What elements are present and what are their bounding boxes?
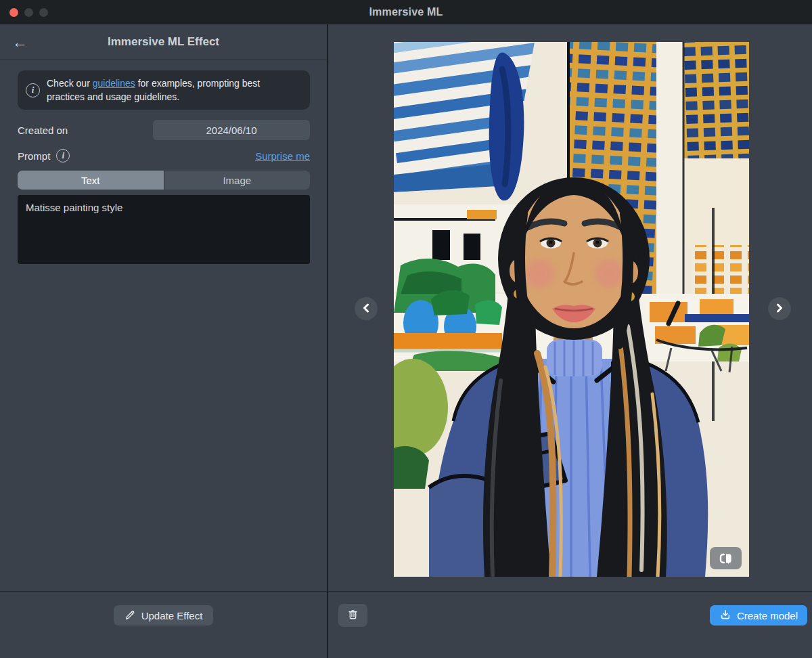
surprise-me-link[interactable]: Surprise me <box>255 150 310 162</box>
update-effect-button[interactable]: Update Effect <box>114 605 214 626</box>
panel-body: i Check our guidelines for examples, pro… <box>0 60 327 267</box>
info-text: Check our guidelines for examples, promp… <box>47 76 300 104</box>
compare-icon <box>719 552 734 565</box>
effect-settings-panel: ← Immersive ML Effect i Check our guidel… <box>0 24 327 658</box>
tab-text[interactable]: Text <box>18 171 164 190</box>
page-title: Immersive ML Effect <box>108 35 219 49</box>
created-on-row: Created on 2024/06/10 <box>18 120 310 140</box>
previous-image-button[interactable] <box>355 297 378 320</box>
arrow-left-icon: ← <box>12 33 28 51</box>
panel-header: ← Immersive ML Effect <box>0 24 327 60</box>
prompt-row: Prompt i Surprise me <box>18 149 310 162</box>
minimize-button[interactable] <box>24 8 33 17</box>
right-footer: Create model <box>328 591 812 658</box>
created-on-date-field[interactable]: 2024/06/10 <box>153 120 310 140</box>
prompt-input[interactable]: Matisse painting style <box>18 195 310 264</box>
app-window: Immersive ML ← Immersive ML Effect i Che… <box>0 0 812 658</box>
info-text-prefix: Check our <box>47 78 93 89</box>
info-icon: i <box>26 83 40 97</box>
delete-button[interactable] <box>338 604 367 627</box>
prompt-label: Prompt i <box>18 149 70 162</box>
window-title: Immersive ML <box>369 6 443 18</box>
zoom-button[interactable] <box>39 8 48 17</box>
preview-area <box>328 24 812 591</box>
chevron-right-icon <box>775 303 784 315</box>
download-icon <box>719 609 731 623</box>
guidelines-info-box: i Check our guidelines for examples, pro… <box>18 70 310 110</box>
pencil-icon <box>125 610 135 621</box>
titlebar: Immersive ML <box>0 0 812 24</box>
traffic-lights <box>9 0 48 24</box>
left-footer: Update Effect <box>0 591 327 658</box>
trash-icon <box>346 608 359 623</box>
chevron-left-icon <box>362 303 370 315</box>
next-image-button[interactable] <box>768 297 791 320</box>
prompt-label-text: Prompt <box>18 150 50 162</box>
update-effect-label: Update Effect <box>141 610 203 621</box>
preview-panel: Create model <box>327 24 812 658</box>
prompt-mode-tabs: Text Image <box>18 171 310 190</box>
prompt-info-icon[interactable]: i <box>56 149 70 162</box>
guidelines-link[interactable]: guidelines <box>93 78 135 89</box>
compare-button[interactable] <box>710 547 742 569</box>
tab-image[interactable]: Image <box>164 171 311 190</box>
created-on-label: Created on <box>18 125 68 136</box>
create-model-button[interactable]: Create model <box>710 605 807 626</box>
close-button[interactable] <box>9 8 18 17</box>
effect-preview-image <box>394 42 749 577</box>
create-model-label: Create model <box>737 610 798 621</box>
back-button[interactable]: ← <box>9 32 30 52</box>
